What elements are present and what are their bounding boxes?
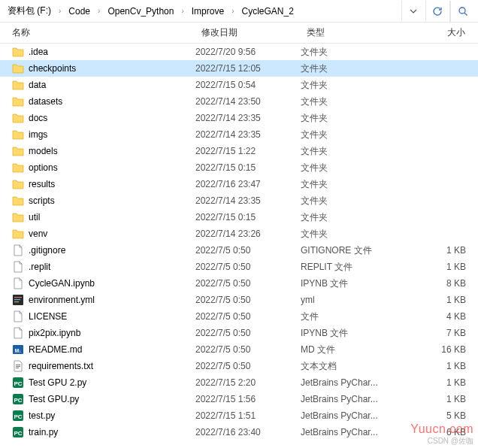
svg-rect-10 [16, 368, 19, 368]
file-date: 2022/7/14 23:35 [195, 113, 301, 123]
file-row[interactable]: results2022/7/16 23:47文件夹 [0, 176, 478, 192]
file-type: 文件夹 [301, 145, 398, 158]
refresh-button[interactable] [425, 1, 448, 22]
folder-icon [12, 129, 24, 141]
file-date: 2022/7/5 0:50 [195, 295, 301, 305]
breadcrumb-item[interactable]: Code [64, 4, 95, 19]
file-row[interactable]: environment.yml2022/7/5 0:50yml1 KB [0, 292, 478, 308]
file-row[interactable]: M↓README.md2022/7/5 0:50MD 文件16 KB [0, 341, 478, 358]
file-row[interactable]: PCTest GPU.py2022/7/15 1:56JetBrains PyC… [0, 391, 478, 407]
file-date: 2022/7/15 12:05 [195, 63, 301, 74]
breadcrumb-item[interactable]: CycleGAN_2 [237, 4, 298, 19]
file-type: 文件夹 [301, 211, 398, 224]
folder-icon [12, 211, 24, 223]
file-row[interactable]: data2022/7/15 0:54文件夹 [0, 77, 478, 93]
file-list: .idea2022/7/20 9:56文件夹checkpoints2022/7/… [0, 44, 478, 440]
file-size: 1 KB [398, 262, 478, 272]
file-row[interactable]: docs2022/7/14 23:35文件夹 [0, 110, 478, 126]
file-name: datasets [29, 96, 62, 107]
column-header-size[interactable]: 大小 [398, 23, 478, 43]
file-size: 8 KB [398, 278, 478, 289]
file-type: 文件夹 [301, 95, 398, 108]
breadcrumb-item[interactable]: 资料包 (F:) [3, 2, 56, 20]
file-date: 2022/7/14 23:50 [195, 96, 301, 107]
file-type: 文件夹 [301, 228, 398, 241]
folder-icon [12, 228, 24, 240]
file-row[interactable]: .replit2022/7/5 0:50REPLIT 文件1 KB [0, 259, 478, 275]
file-date: 2022/7/14 23:35 [195, 195, 301, 206]
file-name: Test GPU 2.py [29, 377, 86, 388]
file-size: 1 KB [398, 361, 478, 371]
file-type: REPLIT 文件 [301, 261, 398, 274]
file-row[interactable]: PCtrain.py2022/7/16 23:40JetBrains PyCha… [0, 424, 478, 440]
file-row[interactable]: LICENSE2022/7/5 0:50文件4 KB [0, 308, 478, 325]
column-header-date[interactable]: 修改日期 [195, 23, 301, 43]
file-row[interactable]: pix2pix.ipynb2022/7/5 0:50IPYNB 文件7 KB [0, 325, 478, 341]
file-icon [12, 244, 24, 256]
file-row[interactable]: requirements.txt2022/7/5 0:50文本文档1 KB [0, 358, 478, 374]
breadcrumb-item[interactable]: OpenCv_Python [103, 4, 178, 19]
file-size: 1 KB [398, 295, 478, 305]
file-name: options [29, 162, 58, 173]
svg-rect-4 [14, 299, 20, 300]
svg-text:PC: PC [14, 397, 22, 404]
breadcrumb: 资料包 (F:) › Code › OpenCv_Python › Improv… [0, 0, 478, 23]
file-row[interactable]: checkpoints2022/7/15 12:05文件夹 [0, 60, 478, 77]
file-row[interactable]: datasets2022/7/14 23:50文件夹 [0, 93, 478, 110]
file-date: 2022/7/5 0:50 [195, 278, 301, 289]
py-icon: PC [12, 426, 24, 438]
file-name: docs [29, 113, 47, 123]
file-name: README.md [29, 344, 82, 355]
file-date: 2022/7/15 0:15 [195, 162, 301, 173]
file-type: GITIGNORE 文件 [301, 244, 398, 257]
search-button[interactable] [449, 1, 475, 22]
file-name: CycleGAN.ipynb [29, 278, 95, 289]
file-name: results [29, 179, 55, 189]
file-date: 2022/7/16 23:47 [195, 179, 301, 189]
folder-icon [12, 79, 24, 91]
file-date: 2022/7/15 1:51 [195, 410, 301, 421]
file-row[interactable]: models2022/7/15 1:22文件夹 [0, 143, 478, 159]
folder-icon [12, 145, 24, 157]
file-name: Test GPU.py [29, 394, 79, 404]
folder-icon [12, 178, 24, 190]
file-type: 文件 [301, 310, 398, 323]
dropdown-button[interactable] [401, 1, 424, 22]
file-row[interactable]: PCTest GPU 2.py2022/7/15 2:20JetBrains P… [0, 374, 478, 391]
folder-icon [12, 95, 24, 107]
chevron-right-icon[interactable]: › [57, 7, 62, 15]
breadcrumb-item[interactable]: Improve [187, 4, 228, 19]
svg-text:M↓: M↓ [15, 348, 22, 353]
file-size: 4 KB [398, 311, 478, 322]
file-row[interactable]: .idea2022/7/20 9:56文件夹 [0, 44, 478, 60]
file-name: .idea [29, 47, 48, 57]
file-type: JetBrains PyChar... [301, 377, 398, 388]
file-row[interactable]: .gitignore2022/7/5 0:50GITIGNORE 文件1 KB [0, 242, 478, 259]
md-icon: M↓ [12, 344, 24, 356]
file-icon [12, 310, 24, 322]
column-header-type[interactable]: 类型 [301, 23, 398, 43]
folder-icon [12, 46, 24, 58]
file-row[interactable]: CycleGAN.ipynb2022/7/5 0:50IPYNB 文件8 KB [0, 275, 478, 292]
file-type: 文本文档 [301, 360, 398, 373]
svg-text:PC: PC [14, 413, 22, 420]
column-header-name[interactable]: 名称 [0, 23, 195, 43]
file-name: models [29, 146, 58, 156]
file-row[interactable]: imgs2022/7/14 23:35文件夹 [0, 126, 478, 143]
chevron-right-icon[interactable]: › [180, 7, 185, 15]
file-type: 文件夹 [301, 62, 398, 75]
file-row[interactable]: venv2022/7/14 23:26文件夹 [0, 226, 478, 242]
file-size: 5 KB [398, 410, 478, 421]
file-icon [12, 277, 24, 289]
file-row[interactable]: scripts2022/7/14 23:35文件夹 [0, 192, 478, 209]
file-row[interactable]: PCtest.py2022/7/15 1:51JetBrains PyChar.… [0, 407, 478, 424]
file-size: 6 KB [398, 427, 478, 437]
chevron-right-icon[interactable]: › [96, 7, 101, 15]
search-icon [458, 6, 468, 17]
file-name: data [29, 80, 46, 90]
chevron-right-icon[interactable]: › [230, 7, 235, 15]
file-name: imgs [29, 129, 47, 140]
file-date: 2022/7/5 0:50 [195, 262, 301, 272]
file-row[interactable]: options2022/7/15 0:15文件夹 [0, 159, 478, 176]
file-row[interactable]: util2022/7/15 0:15文件夹 [0, 209, 478, 226]
